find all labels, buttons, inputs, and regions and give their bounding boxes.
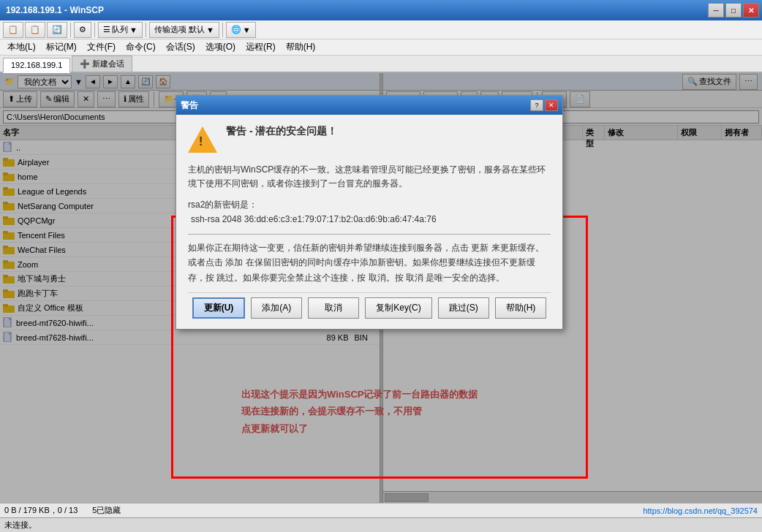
menu-remote[interactable]: 远程(R) (241, 39, 280, 55)
menu-file[interactable]: 文件(F) (83, 39, 120, 55)
toolbar-sep-4 (222, 23, 223, 37)
toolbar-1: 📋 📋 🔄 ⚙ ☰ 队列 ▼ 传输选项 默认 ▼ 🌐 ▼ (0, 20, 762, 39)
toolbar-copy-btn[interactable]: 📋 (3, 22, 23, 38)
dialog-title: 警告 (181, 99, 198, 112)
queue-icon: ☰ (103, 25, 110, 34)
dialog-main-title: 警告 - 潜在的安全问题！ (226, 125, 337, 138)
dialog-key-value: ssh-rsa 2048 36:dd:e6:c3:e1:79:07:17:b2:… (191, 213, 551, 227)
tab-bar: 192.168.199.1 ➕ 新建会话 (0, 56, 762, 73)
warning-exclamation: ! (199, 135, 203, 148)
dialog-footer: 更新(U) 添加(A) 取消 复制Key(C) 跳过(S) 帮助(H) (188, 292, 551, 322)
queue-label: 队列 (112, 24, 128, 35)
dialog-add-btn[interactable]: 添加(A) (251, 297, 302, 319)
title-bar-buttons: ─ □ ✕ (708, 3, 759, 18)
toolbar-paste-btn[interactable]: 📋 (25, 22, 45, 38)
minimize-button[interactable]: ─ (708, 3, 724, 18)
dialog-title-bar: 警告 ? ✕ (176, 96, 562, 115)
tab-new-session-label: 新建会话 (92, 59, 124, 68)
title-bar: 192.168.199.1 - WinSCP ─ □ ✕ (0, 0, 762, 20)
dialog-body: 主机的密钥与WinSCP缓存的不一致。这意味着管理员可能已经更换了密钥，服务器在… (188, 163, 551, 191)
network-btn[interactable]: 🌐 ▼ (226, 22, 256, 38)
menu-bar: 本地(L) 标记(M) 文件(F) 命令(C) 会话(S) 选项(O) 远程(R… (0, 39, 762, 56)
dialog-close-btn[interactable]: ✕ (545, 99, 558, 111)
maximize-button[interactable]: □ (725, 3, 742, 18)
window-title: 192.168.199.1 - WinSCP (6, 5, 104, 15)
toolbar-sync-btn[interactable]: 🔄 (47, 22, 67, 38)
menu-session[interactable]: 会话(S) (162, 39, 200, 55)
dialog-heading-text: 警告 - 潜在的安全问题！ (226, 125, 337, 141)
dialog-content: ! 警告 - 潜在的安全问题！ 主机的密钥与WinSCP缓存的不一致。这意味着管… (176, 115, 562, 329)
dialog-update-btn[interactable]: 更新(U) (192, 297, 246, 319)
dialog-skip-btn[interactable]: 跳过(S) (438, 297, 489, 319)
toolbar-settings-btn[interactable]: ⚙ (74, 22, 91, 38)
tab-session[interactable]: 192.168.199.1 (3, 58, 70, 73)
app-window: 192.168.199.1 - WinSCP ─ □ ✕ 📋 📋 🔄 ⚙ ☰ 队… (0, 0, 762, 532)
connection-status-bar: 未连接。 (0, 517, 762, 532)
status-file-info: 0 B / 179 KB，0 / 13 (4, 505, 78, 516)
dialog-action-text: 如果你正在期待这一变更，信任新的密钥并希望继续连接到服务器，点击 更新 来更新缓… (188, 240, 551, 285)
warning-dialog: 警告 ? ✕ ! 警告 - 潜在的安全问题！ 主机的密钥与WinSCP缓存的不一… (176, 95, 563, 330)
dialog-header-section: ! 警告 - 潜在的安全问题！ (188, 125, 551, 154)
dialog-help-action-btn[interactable]: 帮助(H) (495, 297, 547, 319)
dialog-help-btn[interactable]: ? (530, 99, 543, 111)
status-bar: 0 B / 179 KB，0 / 13 5已隐藏 https://blog.cs… (0, 503, 762, 517)
transfer-label: 传输选项 默认 (154, 24, 205, 35)
transfer-options-btn[interactable]: 传输选项 默认 ▼ (149, 22, 219, 38)
tab-new-session[interactable]: ➕ 新建会话 (72, 56, 132, 72)
dialog-divider (188, 234, 551, 235)
toolbar-sep-2 (94, 23, 95, 37)
dialog-title-buttons: ? ✕ (530, 99, 558, 111)
menu-mark[interactable]: 标记(M) (42, 39, 81, 55)
toolbar-sep-1 (70, 23, 71, 37)
warning-icon: ! (188, 125, 217, 154)
status-url: https://blog.csdn.net/qq_392574 (643, 506, 758, 515)
connection-text: 未连接。 (4, 520, 37, 531)
dialog-key-label: rsa2的新密钥是： (188, 198, 551, 212)
status-hidden: 5已隐藏 (92, 505, 121, 516)
toolbar-sep-3 (146, 23, 146, 37)
dialog-copy-key-btn[interactable]: 复制Key(C) (365, 297, 431, 319)
dialog-key-info: rsa2的新密钥是： ssh-rsa 2048 36:dd:e6:c3:e1:7… (188, 198, 551, 226)
close-button[interactable]: ✕ (743, 3, 759, 18)
menu-command[interactable]: 命令(C) (121, 39, 160, 55)
menu-options[interactable]: 选项(O) (201, 39, 240, 55)
menu-help[interactable]: 帮助(H) (282, 39, 320, 55)
panels-area: 📁 我的文档 ▼ ◄ ► ▲ 🔄 🏠 ⬆ 上传 ✎ 编辑 ✕ ⋯ ℹ 属性 📁+ (0, 73, 762, 503)
menu-local[interactable]: 本地(L) (3, 39, 40, 55)
queue-btn[interactable]: ☰ 队列 ▼ (98, 22, 143, 38)
dialog-cancel-btn[interactable]: 取消 (308, 297, 359, 319)
